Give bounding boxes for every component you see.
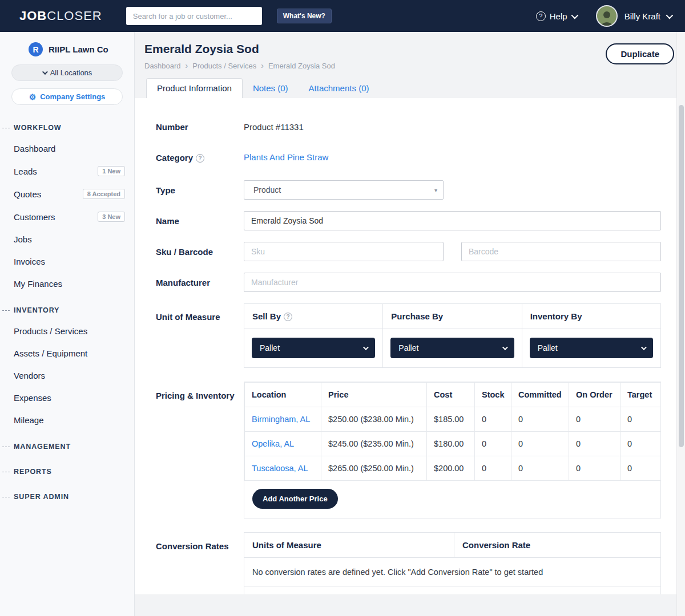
customers-badge: 3 New: [98, 212, 125, 222]
avatar[interactable]: [596, 5, 618, 27]
barcode-input[interactable]: [461, 242, 661, 261]
name-input[interactable]: [244, 211, 661, 230]
category-link[interactable]: Plants And Pine Straw: [244, 152, 328, 162]
tab-notes[interactable]: Notes (0): [243, 79, 299, 98]
breadcrumb: Dashboard Products / Services Emerald Zo…: [144, 61, 685, 70]
type-select[interactable]: Product ▾: [244, 180, 444, 200]
sku-input[interactable]: [244, 242, 444, 261]
person-icon: [598, 9, 615, 26]
unit-of-measure-label: Unit of Measure: [156, 303, 244, 323]
chevron-down-icon: [42, 69, 48, 75]
col-target: Target: [620, 383, 661, 407]
sidebar-item-my-finances[interactable]: My Finances: [0, 273, 134, 295]
sidebar-item-jobs[interactable]: Jobs: [0, 228, 134, 250]
unit-of-measure-box: Sell By? Pallet Purchase By: [244, 303, 661, 368]
col-on-order: On Order: [569, 383, 620, 407]
pricing-table-box: Location Price Cost Stock Committed On O…: [244, 382, 661, 518]
col-committed: Committed: [511, 383, 569, 407]
col-price: Price: [321, 383, 427, 407]
section-header-super-admin[interactable]: SUPER ADMIN: [0, 481, 134, 506]
section-dash: [2, 447, 10, 447]
col-cost: Cost: [427, 383, 475, 407]
whats-new-button[interactable]: What's New?: [277, 9, 332, 23]
sidebar-item-vendors[interactable]: Vendors: [0, 364, 134, 387]
chevron-down-icon: [571, 11, 578, 19]
chevron-down-icon: ▾: [434, 187, 437, 193]
vertical-scrollbar[interactable]: [676, 32, 685, 616]
col-conversion-rate: Conversion Rate: [454, 533, 538, 557]
purchase-by-select[interactable]: Pallet: [390, 338, 514, 358]
logo-light: CLOSER: [47, 9, 102, 23]
sidebar-item-mileage[interactable]: Mileage: [0, 409, 134, 431]
scrollbar-thumb[interactable]: [679, 105, 684, 447]
inventory-by-column: Inventory By Pallet: [522, 304, 660, 367]
page-title: Emerald Zoysia Sod: [144, 42, 685, 56]
sidebar-item-products-services[interactable]: Products / Services: [0, 320, 134, 342]
type-select-value: Product: [253, 185, 281, 194]
all-locations-label: All Locations: [50, 68, 92, 77]
main-content: Emerald Zoysia Sod Dashboard Products / …: [135, 32, 685, 616]
conversion-empty-text: No conversion rates are defined yet. Cli…: [244, 558, 660, 587]
sku-barcode-label: Sku / Barcode: [156, 246, 244, 258]
conversion-header-row: Units of Measure Conversion Rate: [244, 533, 660, 558]
user-menu[interactable]: Billy Kraft: [624, 11, 671, 21]
number-row: Number Product #11331: [156, 117, 685, 136]
breadcrumb-separator: [186, 61, 188, 70]
sidebar-item-leads[interactable]: Leads1 New: [0, 160, 134, 183]
add-another-price-button[interactable]: Add Another Price: [252, 489, 338, 509]
table-row: Tuscaloosa, AL $265.00 ($250.00 Min.) $2…: [245, 456, 661, 481]
help-label: Help: [550, 11, 567, 21]
name-row: Name: [156, 211, 685, 230]
chevron-down-icon: [502, 345, 508, 350]
tab-bar: Product Information Notes (0) Attachment…: [146, 78, 685, 98]
sidebar-item-dashboard[interactable]: Dashboard: [0, 137, 134, 160]
section-dash: [2, 472, 10, 472]
sidebar-item-invoices[interactable]: Invoices: [0, 250, 134, 273]
help-menu[interactable]: ? Help: [536, 11, 577, 21]
all-locations-dropdown[interactable]: All Locations: [11, 64, 123, 81]
pricing-inventory-label: Pricing & Inventory: [156, 382, 244, 402]
type-label: Type: [156, 184, 244, 196]
sell-by-help-icon[interactable]: ?: [284, 313, 292, 321]
section-dash: [2, 497, 10, 497]
global-search-input[interactable]: [126, 7, 262, 25]
col-location: Location: [245, 383, 321, 407]
help-icon: ?: [536, 11, 546, 21]
sidebar-item-customers[interactable]: Customers3 New: [0, 205, 134, 228]
app-logo: JOBCLOSER: [19, 9, 102, 23]
company-header: R RIIPL Lawn Co: [0, 42, 134, 56]
sidebar-item-assets-equipment[interactable]: Assets / Equipment: [0, 342, 134, 364]
table-row: Opelika, AL $245.00 ($235.00 Min.) $180.…: [245, 432, 661, 456]
company-settings-button[interactable]: ⚙ Company Settings: [11, 88, 123, 105]
breadcrumb-products-services[interactable]: Products / Services: [192, 62, 256, 70]
breadcrumb-dashboard[interactable]: Dashboard: [144, 62, 181, 70]
section-header-workflow: WORKFLOW: [0, 112, 134, 137]
location-link[interactable]: Opelika, AL: [245, 432, 321, 456]
location-link[interactable]: Tuscaloosa, AL: [245, 456, 321, 481]
manufacturer-input[interactable]: [244, 273, 661, 292]
conversion-rates-row: Conversion Rates Units of Measure Conver…: [156, 532, 685, 594]
logo-bold: JOB: [19, 9, 47, 23]
name-label: Name: [156, 215, 244, 227]
inventory-by-select[interactable]: Pallet: [530, 338, 653, 358]
category-help-icon[interactable]: ?: [196, 154, 204, 163]
tab-attachments[interactable]: Attachments (0): [299, 79, 380, 98]
type-row: Type Product ▾: [156, 180, 685, 200]
inventory-by-header: Inventory By: [522, 304, 660, 329]
table-row: Birmingham, AL $250.00 ($238.00 Min.) $1…: [245, 407, 661, 432]
location-link[interactable]: Birmingham, AL: [245, 407, 321, 432]
company-settings-label: Company Settings: [40, 92, 105, 101]
sidebar-item-quotes[interactable]: Quotes8 Accepted: [0, 183, 134, 205]
col-units-of-measure: Units of Measure: [244, 533, 454, 557]
pricing-inventory-row: Pricing & Inventory Location Price: [156, 382, 685, 518]
page-header: Emerald Zoysia Sod Dashboard Products / …: [135, 32, 685, 70]
sidebar-item-expenses[interactable]: Expenses: [0, 387, 134, 409]
section-header-reports[interactable]: REPORTS: [0, 456, 134, 481]
sell-by-select[interactable]: Pallet: [252, 338, 375, 358]
top-bar: JOBCLOSER What's New? ? Help Billy Kraft: [0, 0, 685, 32]
duplicate-button[interactable]: Duplicate: [606, 43, 674, 64]
breadcrumb-current: Emerald Zoysia Sod: [268, 62, 335, 70]
section-header-management[interactable]: MANAGEMENT: [0, 431, 134, 456]
gear-icon: ⚙: [29, 93, 37, 101]
tab-product-information[interactable]: Product Information: [146, 78, 243, 98]
